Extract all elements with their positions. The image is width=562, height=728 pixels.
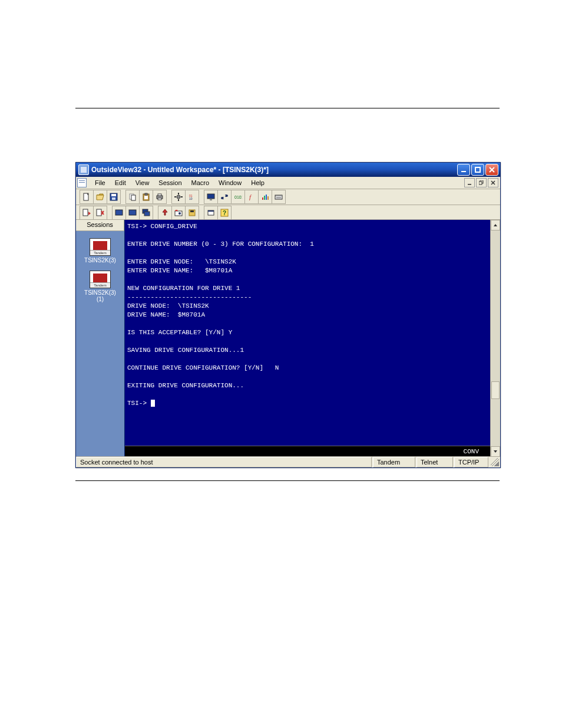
menu-file[interactable]: File (90, 178, 110, 187)
scroll-track[interactable] (491, 230, 500, 446)
menu-session[interactable]: Session (154, 178, 186, 187)
svg-rect-59 (190, 210, 194, 212)
svg-rect-32 (262, 197, 263, 200)
svg-rect-49 (116, 210, 122, 215)
mdi-close-button[interactable] (488, 178, 498, 187)
mdi-minimize-button[interactable] (464, 178, 475, 187)
copy-button[interactable] (125, 190, 140, 204)
save-button[interactable] (107, 190, 121, 204)
scroll-thumb[interactable] (491, 381, 500, 399)
svg-marker-65 (494, 450, 497, 453)
new-file-icon (82, 193, 91, 201)
divider-top (75, 108, 500, 108)
svg-rect-34 (266, 195, 267, 200)
transfer-button[interactable]: 0110 (186, 190, 199, 204)
terminal-icon (115, 209, 123, 217)
session-label: TSINS2K(3) (1) (84, 289, 116, 302)
svg-marker-54 (163, 209, 167, 215)
disk-icon (188, 209, 196, 217)
session-item-1[interactable]: TSINS2K(3) (76, 238, 124, 263)
mdi-doc-icon[interactable] (77, 178, 87, 187)
svg-point-57 (178, 212, 181, 215)
stop-script-icon (96, 209, 104, 217)
paste-icon (142, 193, 150, 201)
chart-button[interactable] (259, 190, 272, 204)
scroll-down-button[interactable] (491, 446, 500, 457)
settings-button[interactable] (171, 190, 186, 204)
svg-rect-45 (97, 209, 101, 216)
sessions-sidebar: Sessions TSINS2K(3) TSINS2K(3) (1) (76, 220, 125, 457)
help-icon: ? (220, 209, 229, 217)
window-title: OutsideView32 - Untitled Workspace* - [T… (91, 166, 269, 174)
tandem-session-icon (90, 271, 111, 288)
session-list-button[interactable] (140, 206, 153, 220)
maximize-icon (475, 167, 481, 173)
svg-rect-6 (479, 182, 482, 185)
capture-button[interactable] (172, 206, 186, 220)
session2-button[interactable] (126, 206, 140, 220)
session1-button[interactable] (112, 206, 126, 220)
svg-rect-0 (461, 171, 466, 172)
keyboard-button[interactable] (272, 190, 286, 204)
terminal-output[interactable]: TSI-> CONFIG_DRIVE ENTER DRIVE NUMBER (0… (125, 220, 491, 445)
svg-text:0101: 0101 (234, 195, 242, 199)
resize-grip[interactable] (491, 458, 499, 466)
menu-view[interactable]: View (131, 178, 154, 187)
svg-rect-37 (276, 196, 276, 196)
svg-marker-44 (88, 212, 91, 215)
menu-help[interactable]: Help (246, 178, 269, 187)
upload-icon (161, 209, 169, 217)
svg-rect-42 (276, 197, 281, 198)
svg-rect-51 (130, 210, 135, 215)
gear-icon (174, 193, 183, 201)
svg-rect-12 (112, 197, 115, 200)
connect-button[interactable] (218, 190, 232, 204)
window-button[interactable] (204, 206, 218, 220)
menu-macro[interactable]: Macro (187, 178, 214, 187)
mdi-restore-button[interactable] (476, 178, 487, 187)
svg-rect-29 (210, 199, 212, 200)
camera-icon (174, 209, 183, 217)
svg-rect-53 (144, 212, 150, 216)
function-button[interactable]: f (245, 190, 259, 204)
toolbar-1: 0110 0101 f (76, 189, 500, 205)
title-bar[interactable]: OutsideView32 - Untitled Workspace* - [T… (76, 163, 500, 177)
status-emulation: Tandem (373, 457, 415, 467)
svg-rect-14 (131, 195, 135, 200)
disk-button[interactable] (186, 206, 199, 220)
print-icon (156, 193, 164, 201)
terminal-mode: CONV (464, 448, 479, 455)
svg-text:?: ? (223, 210, 226, 216)
play-script-icon (82, 209, 91, 217)
print-button[interactable] (153, 190, 167, 204)
close-button[interactable] (485, 164, 498, 176)
terminal-status-line: CONV (125, 446, 491, 457)
chevron-up-icon (493, 223, 498, 228)
session-label: TSINS2K(3) (84, 257, 116, 263)
scroll-up-button[interactable] (491, 220, 500, 230)
new-button[interactable] (80, 190, 94, 204)
function-icon: f (247, 193, 256, 201)
open-button[interactable] (94, 190, 107, 204)
paste-button[interactable] (140, 190, 153, 204)
svg-rect-38 (277, 196, 277, 196)
binary-icon: 0101 (234, 193, 242, 201)
help-button[interactable]: ? (218, 206, 232, 220)
session-item-2[interactable]: TSINS2K(3) (1) (76, 271, 124, 302)
close-icon (491, 180, 495, 185)
stop-macro-button[interactable] (94, 206, 107, 220)
screen-button[interactable] (204, 190, 218, 204)
run-macro-button[interactable] (80, 206, 94, 220)
svg-rect-35 (267, 196, 269, 200)
menu-edit[interactable]: Edit (110, 178, 131, 187)
monitor-icon (207, 193, 215, 201)
minimize-button[interactable] (457, 164, 470, 176)
maximize-button[interactable] (471, 164, 484, 176)
terminal-pane: TSI-> CONFIG_DRIVE ENTER DRIVE NUMBER (0… (125, 220, 500, 457)
upload-button[interactable] (158, 206, 172, 220)
terminal-list-icon (142, 209, 150, 217)
binary-button[interactable]: 0101 (232, 190, 245, 204)
vertical-scrollbar[interactable] (490, 220, 500, 457)
menu-window[interactable]: Window (214, 178, 246, 187)
app-window: OutsideView32 - Untitled Workspace* - [T… (75, 162, 501, 468)
